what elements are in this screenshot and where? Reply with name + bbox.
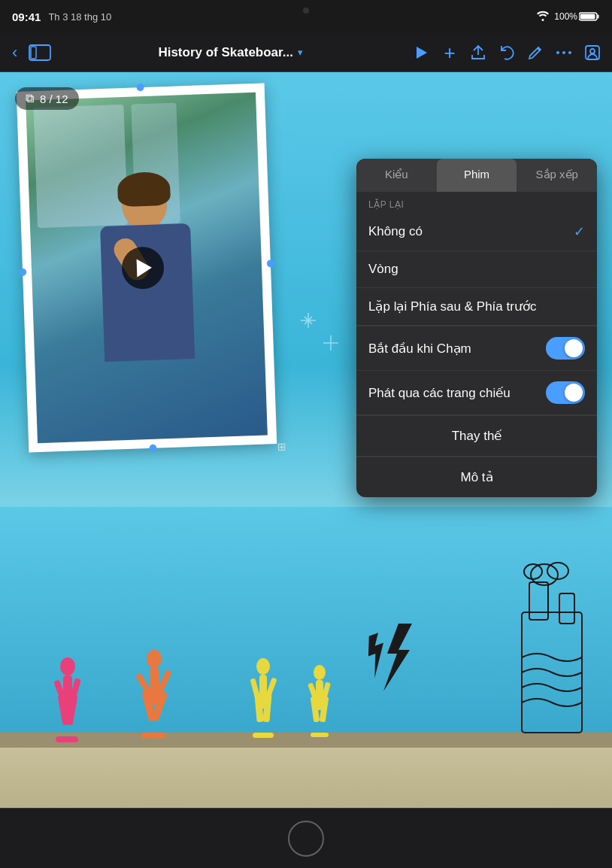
status-bar: 09:41 Th 3 18 thg 10 100% (0, 0, 612, 33)
section-label-lap-lai: LẶP LẠI (356, 192, 597, 213)
svg-point-7 (556, 51, 559, 54)
svg-rect-3 (29, 45, 50, 60)
toggle-phat-qua-label: Phát qua các trang chiếu (368, 385, 511, 401)
svg-point-19 (147, 650, 162, 668)
svg-point-12 (60, 657, 75, 675)
time: 09:41 (12, 11, 41, 23)
menu-item-vong-label: Vòng (368, 262, 398, 277)
toggle-bat-dau: Bắt đầu khi Chạm (356, 326, 597, 371)
describe-button[interactable]: Mô tả (356, 457, 597, 497)
slides-panel-button[interactable] (26, 39, 53, 66)
svg-rect-25 (141, 733, 165, 739)
svg-rect-4 (31, 47, 36, 59)
document-title-area[interactable]: History of Skateboar... ▾ (56, 45, 404, 60)
photo-frame[interactable]: ⊞ (17, 83, 277, 452)
markup-button[interactable] (522, 39, 549, 66)
menu-item-lap-lai-label: Lặp lại Phía sau & Phía trước (368, 299, 536, 314)
replace-button[interactable]: Thay thế (356, 416, 597, 457)
add-button[interactable]: + (436, 39, 463, 66)
svg-point-11 (590, 49, 595, 53)
svg-point-9 (568, 51, 571, 54)
describe-button-label: Mô tả (460, 469, 492, 485)
slide-counter: ⧉ 8 / 12 (15, 87, 79, 110)
slide-counter-icon: ⧉ (26, 92, 34, 105)
battery-icon: 100% (554, 11, 600, 22)
toggle-bat-dau-control[interactable] (546, 337, 585, 360)
menu-item-vong[interactable]: Vòng (356, 251, 597, 288)
sparkle-marks (301, 305, 346, 366)
menu-item-lap-lai[interactable]: Lặp lại Phía sau & Phía trước (356, 288, 597, 326)
home-button[interactable] (288, 821, 324, 857)
play-triangle-icon (137, 259, 153, 278)
toolbar-actions: + (407, 39, 606, 66)
svg-rect-30 (250, 678, 260, 700)
title-chevron-icon: ▾ (298, 47, 303, 58)
svg-point-26 (256, 658, 270, 675)
replace-button-label: Thay thế (452, 428, 502, 444)
back-button[interactable]: ‹ (6, 38, 23, 67)
svg-rect-39 (311, 733, 329, 737)
popup-tab-bar: Kiểu Phim Sắp xếp (356, 159, 597, 192)
bottom-bar (0, 808, 612, 868)
svg-rect-41 (529, 582, 548, 620)
check-icon-khong-co: ✓ (574, 223, 585, 240)
toolbar: ‹ History of Skateboar... ▾ + (0, 33, 612, 72)
lightning-marks (361, 620, 436, 695)
toggle-bat-dau-label: Bắt đầu khi Chạm (368, 341, 471, 357)
collaborator-button[interactable] (579, 39, 606, 66)
ink-drawing (447, 552, 597, 748)
slide-area: ⊞ ⧉ 8 / 12 Kiểu Phim Sắp xếp LẶP LẠI Khô… (0, 72, 612, 808)
svg-rect-32 (253, 733, 274, 738)
menu-item-khong-co[interactable]: Không có ✓ (356, 213, 597, 251)
tab-sap-xep[interactable]: Sắp xếp (517, 159, 597, 192)
play-button[interactable] (407, 39, 435, 66)
svg-marker-46 (383, 624, 412, 691)
slide-counter-text: 8 / 12 (40, 93, 68, 105)
share-button[interactable] (465, 39, 492, 66)
status-bar-right: 100% (536, 11, 600, 23)
tab-phim[interactable]: Phim (437, 159, 517, 192)
skater-orange (128, 650, 180, 748)
toggle-phat-qua: Phát qua các trang chiếu (356, 371, 597, 415)
handle-left-center[interactable] (19, 269, 26, 276)
skater-pink (45, 657, 90, 748)
toggle-phat-qua-control[interactable] (546, 381, 585, 404)
svg-rect-2 (598, 15, 599, 19)
svg-point-45 (524, 564, 542, 579)
svg-point-33 (314, 665, 326, 680)
document-title: History of Skateboar... (158, 45, 293, 60)
camera-dot (303, 8, 309, 14)
tab-kieu[interactable]: Kiểu (356, 159, 437, 192)
svg-point-8 (562, 51, 565, 54)
handle-top-center[interactable] (136, 83, 144, 91)
svg-marker-5 (417, 47, 427, 59)
video-settings-panel: Kiểu Phim Sắp xếp LẶP LẠI Không có ✓ Vòn… (356, 159, 597, 497)
svg-rect-1 (580, 14, 595, 20)
ground (0, 748, 612, 808)
svg-rect-18 (56, 736, 78, 742)
undo-button[interactable] (493, 39, 520, 66)
status-bar-left: 09:41 Th 3 18 thg 10 (12, 11, 111, 23)
wifi-icon (536, 11, 550, 23)
skater-yellow (241, 657, 286, 748)
skater-yellow-2 (301, 665, 338, 748)
svg-marker-47 (361, 632, 394, 678)
svg-rect-42 (559, 593, 574, 624)
resize-handle-icon[interactable]: ⊞ (277, 441, 286, 453)
date: Th 3 18 thg 10 (48, 11, 111, 23)
menu-item-khong-co-label: Không có (368, 224, 423, 239)
more-button[interactable] (550, 39, 577, 66)
